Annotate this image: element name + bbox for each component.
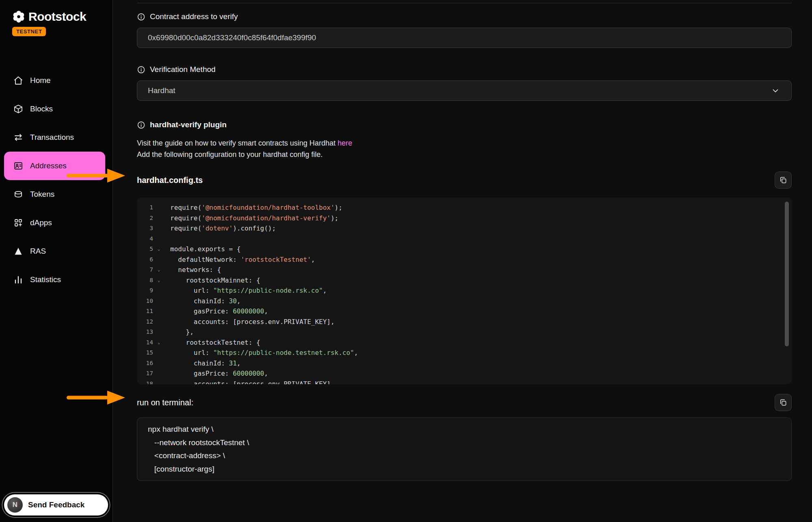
info-icon xyxy=(137,65,145,74)
config-instruction: Add the following configuration to your … xyxy=(137,150,323,159)
code-line: 3require('dotenv').config(); xyxy=(137,223,792,234)
ras-icon xyxy=(13,246,23,256)
transactions-icon xyxy=(13,133,23,142)
config-file-header: hardhat.config.ts xyxy=(137,172,792,189)
terminal-title: run on terminal: xyxy=(137,398,193,407)
rootstock-flower-icon xyxy=(12,10,25,23)
contract-address-input[interactable]: 0x69980d00c0a82d333240f0c85f64f0dfae399f… xyxy=(137,28,792,48)
verification-method-select[interactable]: Hardhat xyxy=(137,80,792,101)
send-feedback-button[interactable]: N Send Feedback xyxy=(4,494,108,515)
code-line: 11 gasPrice: 60000000, xyxy=(137,306,792,317)
code-line: 5⌄module.exports = { xyxy=(137,244,792,254)
code-lines: 1require('@nomicfoundation/hardhat-toolb… xyxy=(137,202,792,384)
tokens-icon xyxy=(13,189,23,199)
code-editor[interactable]: 1require('@nomicfoundation/hardhat-toolb… xyxy=(137,198,792,384)
sidebar-item-label: Home xyxy=(30,76,51,85)
sidebar-item-label: Addresses xyxy=(30,161,67,170)
verification-method-value: Hardhat xyxy=(148,86,175,95)
copy-config-button[interactable] xyxy=(775,172,792,189)
copy-terminal-button[interactable] xyxy=(775,394,792,411)
sidebar-item-label: dApps xyxy=(30,218,52,227)
sidebar-item-transactions[interactable]: Transactions xyxy=(4,123,105,152)
sidebar-item-label: RAS xyxy=(30,247,46,256)
info-icon xyxy=(137,13,145,21)
sidebar-item-blocks[interactable]: Blocks xyxy=(4,95,105,123)
copy-icon xyxy=(779,398,787,407)
guide-sentence: Visit the guide on how to verify smart c… xyxy=(137,139,338,147)
sidebar-item-ras[interactable]: RAS xyxy=(4,237,105,265)
app-window: Rootstock TESTNET Home Blocks Transactio… xyxy=(0,0,812,522)
sidebar-item-label: Statistics xyxy=(30,275,61,284)
chevron-down-icon xyxy=(771,86,780,95)
sidebar: Rootstock TESTNET Home Blocks Transactio… xyxy=(0,0,113,522)
code-line: 6 defaultNetwork: 'rootstockTestnet', xyxy=(137,254,792,265)
testnet-badge: TESTNET xyxy=(12,27,46,36)
copy-icon xyxy=(779,176,787,184)
sidebar-item-label: Tokens xyxy=(30,190,54,199)
code-line: 13 }, xyxy=(137,327,792,337)
sidebar-item-label: Blocks xyxy=(30,104,53,113)
contract-address-label: Contract address to verify xyxy=(137,12,792,21)
plugin-label-text: hardhat-verify plugin xyxy=(150,120,227,129)
verification-method-label: Verification Method xyxy=(137,65,792,74)
code-line: 2require('@nomicfoundation/hardhat-verif… xyxy=(137,213,792,224)
code-line: 10 chainId: 30, xyxy=(137,296,792,307)
sidebar-item-addresses[interactable]: Addresses xyxy=(4,152,105,180)
code-line: 15 url: "https://public-node.testnet.rsk… xyxy=(137,348,792,358)
sidebar-item-tokens[interactable]: Tokens xyxy=(4,180,105,209)
code-line: 17 gasPrice: 60000000, xyxy=(137,368,792,379)
contract-address-value: 0x69980d00c0a82d333240f0c85f64f0dfae399f… xyxy=(148,33,316,42)
statistics-icon xyxy=(13,275,23,285)
feedback-avatar-icon: N xyxy=(7,497,23,513)
guide-link[interactable]: here xyxy=(338,139,352,147)
section-divider xyxy=(137,3,792,3)
blocks-icon xyxy=(13,104,23,114)
plugin-guide-text: Visit the guide on how to verify smart c… xyxy=(137,137,792,160)
code-line: 7⌄ networks: { xyxy=(137,265,792,275)
main-content: Contract address to verify 0x69980d00c0a… xyxy=(113,0,812,522)
terminal-command: npx hardhat verify \ --network rootstock… xyxy=(137,418,792,481)
config-file-title: hardhat.config.ts xyxy=(137,176,203,185)
code-line: 4 xyxy=(137,234,792,244)
contract-address-label-text: Contract address to verify xyxy=(150,12,238,21)
code-line: 1require('@nomicfoundation/hardhat-toolb… xyxy=(137,202,792,213)
feedback-label: Send Feedback xyxy=(28,500,84,509)
terminal-line: <contract-address> \ xyxy=(148,449,781,463)
code-line: 12 accounts: [process.env.PRIVATE_KEY], xyxy=(137,317,792,327)
sidebar-item-label: Transactions xyxy=(30,133,74,142)
code-line: 16 chainId: 31, xyxy=(137,358,792,369)
terminal-header: run on terminal: xyxy=(137,394,792,411)
addresses-icon xyxy=(13,161,23,171)
verification-method-label-text: Verification Method xyxy=(150,65,216,74)
dapps-icon xyxy=(13,218,23,228)
info-icon xyxy=(137,121,145,129)
home-icon xyxy=(13,76,23,85)
terminal-line: npx hardhat verify \ xyxy=(148,423,781,436)
rootstock-logo[interactable]: Rootstock xyxy=(0,10,113,24)
terminal-line: --network rootstockTestnet \ xyxy=(148,436,781,450)
code-line: 18 accounts: [process.env.PRIVATE_KEY], xyxy=(137,379,792,385)
brand-name: Rootstock xyxy=(28,10,86,24)
sidebar-item-statistics[interactable]: Statistics xyxy=(4,265,105,294)
code-scrollbar[interactable] xyxy=(785,202,789,346)
terminal-line: [constructor-args] xyxy=(148,463,781,476)
sidebar-item-dapps[interactable]: dApps xyxy=(4,209,105,237)
plugin-label: hardhat-verify plugin xyxy=(137,120,792,129)
code-line: 14⌄ rootstockTestnet: { xyxy=(137,337,792,348)
sidebar-nav: Home Blocks Transactions Addresses Token… xyxy=(0,66,113,294)
code-line: 9 url: "https://public-node.rsk.co", xyxy=(137,285,792,296)
sidebar-item-home[interactable]: Home xyxy=(4,66,105,95)
code-line: 8⌄ rootstockMainnet: { xyxy=(137,275,792,286)
